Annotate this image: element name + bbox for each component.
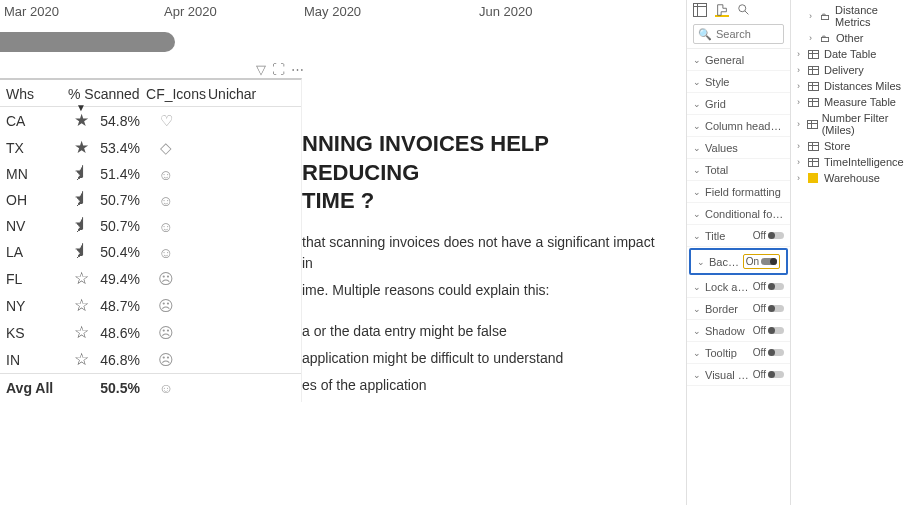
cell-cficon: ☆ — [68, 349, 94, 370]
field-folder-other[interactable]: ›🗀Other — [795, 30, 915, 46]
table-icon — [808, 81, 821, 92]
toggle-tooltip[interactable]: Off — [753, 347, 784, 358]
cell-cficon: ⯨ — [68, 216, 94, 236]
cell-cficon: ☆ — [68, 268, 94, 289]
format-section-lock-aspect[interactable]: ⌄Lock asp...Off — [687, 276, 790, 298]
analytics-tab-icon[interactable] — [737, 3, 751, 17]
textbox-paragraph: that scanning invoices does not have a s… — [302, 232, 662, 274]
column-header-scanned[interactable]: % Scanned ▼ — [68, 86, 144, 102]
textbox-heading: NNING INVOICES HELP REDUCING TIME ? — [302, 130, 662, 216]
chevron-down-icon: ⌄ — [693, 370, 701, 380]
table-row[interactable]: TX★53.4%◇ — [0, 134, 301, 161]
table-row[interactable]: NY☆48.7%☹ — [0, 292, 301, 319]
filter-icon[interactable]: ▽ — [256, 62, 266, 77]
chevron-right-icon: › — [797, 49, 805, 59]
cell-cficon: ⯨ — [68, 242, 94, 262]
toggle-shadow[interactable]: Off — [753, 325, 784, 336]
format-section-values[interactable]: ⌄Values — [687, 137, 790, 159]
format-section-field-formatting[interactable]: ⌄Field formatting — [687, 181, 790, 203]
column-header-unichar[interactable]: Unichar — [208, 86, 268, 102]
cell-whs: NV — [6, 218, 68, 234]
format-section-grid[interactable]: ⌄Grid — [687, 93, 790, 115]
format-section-general[interactable]: ⌄General — [687, 49, 790, 71]
field-table-warehouse[interactable]: ›Warehouse — [795, 170, 915, 186]
field-table-timeintelligence[interactable]: ›TimeIntelligence — [795, 154, 915, 170]
search-input[interactable] — [716, 28, 776, 40]
chevron-down-icon: ⌄ — [693, 304, 701, 314]
report-canvas[interactable]: Mar 2020 Apr 2020 May 2020 Jun 2020 ▽ ⛶ … — [0, 0, 686, 505]
format-section-column-headers[interactable]: ⌄Column headers — [687, 115, 790, 137]
cell-unichar: ☹ — [146, 270, 186, 288]
chevron-down-icon: ⌄ — [693, 77, 701, 87]
toggle-border[interactable]: Off — [753, 303, 784, 314]
table-row[interactable]: IN☆46.8%☹ — [0, 346, 301, 373]
cell-unichar: ☹ — [146, 297, 186, 315]
field-table-delivery[interactable]: ›Delivery — [795, 62, 915, 78]
field-table-measure[interactable]: ›Measure Table — [795, 94, 915, 110]
focus-mode-icon[interactable]: ⛶ — [272, 62, 285, 77]
table-row[interactable]: NV⯨50.7%☺ — [0, 213, 301, 239]
format-tab-icon[interactable] — [715, 3, 729, 17]
format-section-style[interactable]: ⌄Style — [687, 71, 790, 93]
table-row[interactable]: FL☆49.4%☹ — [0, 265, 301, 292]
timeline-tick: Jun 2020 — [479, 4, 579, 19]
cell-whs: CA — [6, 113, 68, 129]
field-table-distances-miles[interactable]: ›Distances Miles — [795, 78, 915, 94]
cell-whs: FL — [6, 271, 68, 287]
table-visual[interactable]: Whs % Scanned ▼ CF_Icons Unichar CA★54.8… — [0, 78, 302, 402]
timeline-slicer[interactable]: Mar 2020 Apr 2020 May 2020 Jun 2020 — [0, 0, 686, 56]
toggle-visual-header[interactable]: Off — [753, 369, 784, 380]
toggle-lock-aspect[interactable]: Off — [753, 281, 784, 292]
column-header-cficons[interactable]: CF_Icons — [144, 86, 208, 102]
timeline-selected-range[interactable] — [0, 32, 175, 52]
chevron-right-icon: › — [797, 119, 804, 129]
cell-unichar: ☺ — [146, 218, 186, 235]
format-section-border[interactable]: ⌄BorderOff ↖ — [687, 298, 790, 320]
total-label: Avg All — [6, 380, 92, 396]
toggle-title[interactable]: Off — [753, 230, 784, 241]
format-section-background[interactable]: ⌄Backgro...On — [689, 248, 788, 275]
chevron-right-icon: › — [797, 173, 805, 183]
cell-whs: MN — [6, 166, 68, 182]
field-table-store[interactable]: ›Store — [795, 138, 915, 154]
table-icon — [808, 97, 821, 108]
table-row[interactable]: MN⯨51.4%☺ — [0, 161, 301, 187]
fields-pane: ›🗀Distance Metrics ›🗀Other ›Date Table ›… — [790, 0, 919, 505]
cell-unichar: ☺ — [146, 166, 186, 183]
svg-line-1 — [745, 11, 749, 15]
format-section-conditional-formatting[interactable]: ⌄Conditional formatting — [687, 203, 790, 225]
cell-unichar: ☹ — [146, 324, 186, 342]
format-section-visual-header[interactable]: ⌄Visual he...Off — [687, 364, 790, 386]
format-search[interactable]: 🔍 — [693, 24, 784, 44]
textbox-bullet: es of the application — [302, 375, 662, 396]
format-section-total[interactable]: ⌄Total — [687, 159, 790, 181]
field-folder-distance-metrics[interactable]: ›🗀Distance Metrics — [795, 2, 915, 30]
pane-tab-icons — [687, 0, 790, 20]
warehouse-icon — [808, 173, 821, 184]
chevron-down-icon: ⌄ — [693, 231, 701, 241]
cell-pct: 50.4% — [94, 244, 146, 260]
format-section-title[interactable]: ⌄TitleOff — [687, 225, 790, 247]
cell-cficon: ⯨ — [68, 190, 94, 210]
table-icon — [808, 49, 821, 60]
textbox-visual[interactable]: NNING INVOICES HELP REDUCING TIME ? that… — [302, 130, 662, 402]
field-table-number-filter[interactable]: ›Number Filter (Miles) — [795, 110, 915, 138]
cell-unichar: ☹ — [146, 351, 186, 369]
toggle-background[interactable]: On — [743, 254, 780, 269]
more-options-icon[interactable]: ⋯ — [291, 62, 304, 77]
cell-pct: 51.4% — [94, 166, 146, 182]
table-row[interactable]: CA★54.8%♡ — [0, 107, 301, 134]
chevron-right-icon: › — [809, 33, 817, 43]
column-header-whs[interactable]: Whs — [6, 86, 68, 102]
table-row[interactable]: LA⯨50.4%☺ — [0, 239, 301, 265]
table-row[interactable]: KS☆48.6%☹ — [0, 319, 301, 346]
field-table-date[interactable]: ›Date Table — [795, 46, 915, 62]
table-icon — [808, 157, 821, 168]
table-row[interactable]: OH⯨50.7%☺ — [0, 187, 301, 213]
cell-whs: TX — [6, 140, 68, 156]
fields-tab-icon[interactable] — [693, 3, 707, 17]
chevron-right-icon: › — [797, 141, 805, 151]
format-section-tooltip[interactable]: ⌄TooltipOff — [687, 342, 790, 364]
cell-whs: OH — [6, 192, 68, 208]
format-section-shadow[interactable]: ⌄ShadowOff — [687, 320, 790, 342]
